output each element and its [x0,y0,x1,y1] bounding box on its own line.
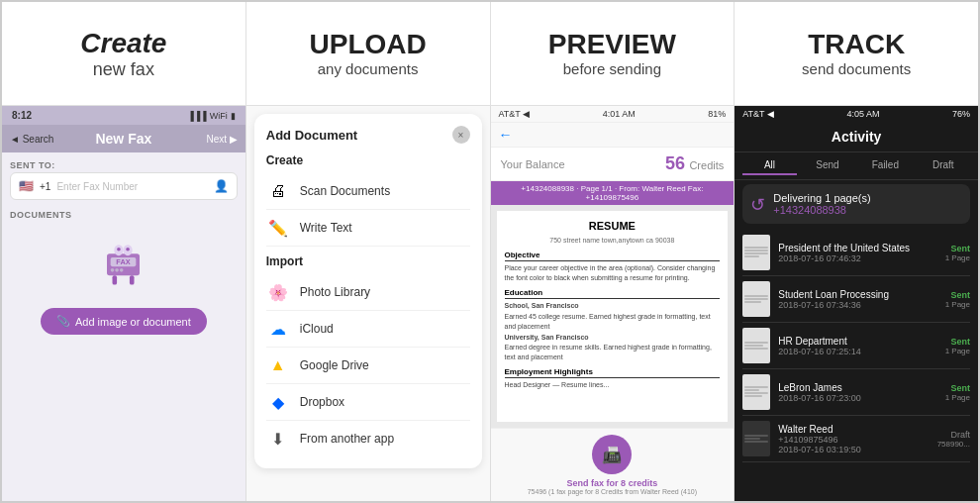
s4-item-1-info: Student Loan Processing 2018-07-16 07:34… [778,289,936,310]
fax-mascot-svg: FAX [96,236,150,290]
s3-employment-text: Head Designer — Resume lines... [505,380,721,390]
s2-icloud-item[interactable]: ☁ iCloud [266,311,470,348]
s2-body: Add Document × Create 🖨 Scan Documents ✏… [246,106,490,501]
s4-pages-2: 1 Page [945,347,970,355]
s4-thumb-1 [742,281,770,317]
s3-preview-area: RESUME 750 street name town,anytown ca 9… [491,205,735,428]
s4-item-2-status: Sent 1 Page [945,337,970,355]
s4-item-4-name: Walter Reed [778,424,929,435]
s4-item-1-name: Student Loan Processing [778,289,936,300]
upload-sub-text: any documents [318,60,419,77]
panel-label-preview: PREVIEW before sending [491,2,735,105]
s1-fax-number-input[interactable]: Enter Fax Number [56,181,207,192]
s4-item-0-name: President of the United States [778,243,936,253]
svg-point-4 [116,268,120,272]
screen-new-fax: 8:12 ▐▐▐ WiFi ▮ ◄ Search New Fax Next ▶ … [2,106,246,501]
s1-body: SENT TO: 🇺🇸 +1 Enter Fax Number 👤 DOCUME… [2,152,245,501]
s4-tab-send[interactable]: Send [801,156,854,175]
s2-photos-label: Photo Library [300,285,370,299]
s4-tab-failed[interactable]: Failed [858,156,912,175]
s2-other-app-label: From another app [300,432,394,446]
preview-sub-text: before sending [563,60,661,77]
preview-main-text: PREVIEW [548,30,676,60]
s1-status-bar: 8:12 ▐▐▐ WiFi ▮ [2,106,245,125]
s4-activity-list: ↺ Delivering 1 page(s) +14324088938 [735,180,978,501]
svg-point-5 [120,268,124,272]
s2-photo-library-item[interactable]: 🌸 Photo Library [266,274,470,311]
s4-carrier: AT&T ◀ [742,109,774,119]
s4-battery: 76% [952,109,970,119]
s1-time: 8:12 [12,110,32,121]
s2-import-section-label: Import [266,254,470,268]
s1-battery-icon: ▮ [231,111,236,121]
s2-icloud-icon: ☁ [266,317,290,341]
s1-mascot-area: FAX [10,226,238,300]
s2-another-app-item[interactable]: ⬇ From another app [266,421,470,456]
s4-delivering-info: Delivering 1 page(s) +14324088938 [773,192,870,216]
s3-send-icon: 📠 [602,446,622,464]
s1-add-icon: 📎 [56,315,70,328]
s2-other-app-icon: ⬇ [266,427,290,451]
s3-edu1-desc: Earned 45 college resume. Earned highest… [505,312,721,332]
s3-edu2: University, San Francisco [505,333,721,343]
s2-google-drive-item[interactable]: ▲ Google Drive [266,348,470,384]
s1-nav-title: New Fax [95,131,151,147]
s4-sent-label-3: Sent [945,383,970,393]
s1-next-button[interactable]: Next ▶ [206,134,237,145]
s1-country-code: +1 [40,181,50,192]
s1-status-icons: ▐▐▐ WiFi ▮ [188,111,236,121]
s1-signal-icon: ▐▐▐ [188,111,207,121]
s4-thumb-2 [742,328,770,363]
s2-write-text-item[interactable]: ✏️ Write Text [266,210,470,247]
s2-dropbox-item[interactable]: ◆ Dropbox [266,384,470,421]
create-title: Create new fax [80,28,166,80]
s2-icloud-label: iCloud [300,322,334,336]
s3-time: 4:01 AM [603,109,636,119]
s4-sent-label-0: Sent [945,244,970,253]
s1-add-label: Add image or document [75,316,191,328]
s2-add-document-modal: Add Document × Create 🖨 Scan Documents ✏… [254,114,482,468]
table-row: HR Department 2018-07-16 07:25:14 Sent 1… [742,323,970,369]
s2-close-button[interactable]: × [452,126,470,144]
s4-item-4-number: +14109875496 [778,435,929,445]
s2-scan-label: Scan Documents [300,184,390,198]
s4-sent-label-1: Sent [945,290,970,300]
s1-nav-bar: ◄ Search New Fax Next ▶ [2,125,245,152]
s4-tab-all[interactable]: All [742,156,796,175]
s3-back-icon[interactable]: ← [499,127,513,143]
s4-status-bar: AT&T ◀ 4:05 AM 76% [735,106,978,122]
s4-item-2-info: HR Department 2018-07-16 07:25:14 [778,336,936,356]
s3-balance-row: Your Balance 56 Credits [491,148,735,181]
s4-item-3-status: Sent 1 Page [945,383,970,402]
s1-add-document-button[interactable]: 📎 Add image or document [41,308,207,335]
s4-tabs-row: All Send Failed Draft [735,152,978,180]
table-row: Student Loan Processing 2018-07-16 07:34… [742,276,970,323]
s4-sent-label-2: Sent [945,337,970,347]
s4-activity-bar: Activity [735,122,978,152]
s3-footer-info: 75496 (1 fax page for 8 Credits from Wal… [528,488,697,495]
s4-delivering-text: Delivering 1 page(s) [773,192,870,204]
s4-item-3-date: 2018-07-16 07:23:00 [778,393,936,403]
screen-upload: Add Document × Create 🖨 Scan Documents ✏… [246,106,491,501]
s4-pages-1: 1 Page [945,300,970,309]
s1-search-back[interactable]: ◄ Search [10,134,53,145]
svg-point-3 [111,268,115,272]
s3-credits-label: Credits [689,159,724,171]
svg-point-9 [127,248,131,252]
screen-track: AT&T ◀ 4:05 AM 76% Activity All Send Fai… [735,106,978,501]
s3-status-bar: AT&T ◀ 4:01 AM 81% [491,106,735,123]
s1-fax-input-row[interactable]: 🇺🇸 +1 Enter Fax Number 👤 [10,172,238,200]
panel-label-create: Create new fax [2,2,246,105]
s4-pages-3: 1 Page [945,393,970,402]
app-container: Create new fax UPLOAD any documents PREV… [0,0,980,503]
s4-tab-draft[interactable]: Draft [917,156,970,175]
s2-create-section-label: Create [266,153,470,167]
s4-time: 4:05 AM [846,109,879,119]
s3-send-fax-button[interactable]: 📠 [592,435,632,474]
track-main-text: TRACK [808,30,905,60]
table-row: President of the United States 2018-07-1… [742,230,970,276]
s2-scan-documents-item[interactable]: 🖨 Scan Documents [266,173,470,210]
s1-contacts-icon[interactable]: 👤 [214,179,229,193]
s4-thumb-4 [742,421,770,456]
svg-point-8 [117,248,121,252]
